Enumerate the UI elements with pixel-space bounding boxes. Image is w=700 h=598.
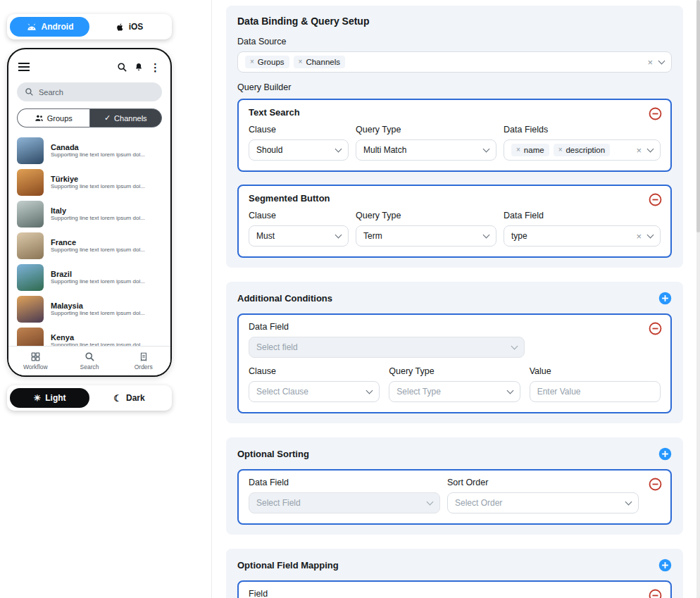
list-item-title: Brazil: [51, 270, 145, 278]
chip-label: description: [565, 146, 605, 154]
query-setup-card: Data Binding & Query Setup Data Source ×…: [226, 6, 683, 268]
list-item-brazil[interactable]: Brazil Supporting line text lorem ipsum …: [17, 261, 162, 293]
remove-condition-button[interactable]: [649, 322, 662, 335]
kebab-menu-icon[interactable]: ⋮: [150, 62, 161, 73]
theme-dark-button[interactable]: ☾ Dark: [89, 388, 169, 408]
optional-field-mapping-title: Optional Field Mapping: [237, 560, 339, 571]
segmented-control: Groups ✓ Channels: [17, 108, 162, 127]
properties-panel: Data Binding & Query Setup Data Source ×…: [211, 0, 700, 598]
text-search-query-type-select[interactable]: Multi Match: [356, 139, 496, 161]
moon-icon: ☾: [113, 393, 122, 404]
remove-sort-button[interactable]: [649, 478, 662, 491]
remove-segmented-button-button[interactable]: [649, 193, 662, 206]
chevron-down-icon[interactable]: [647, 231, 654, 238]
sort-order-label: Sort Order: [447, 478, 639, 487]
theme-light-button[interactable]: ☀ Light: [10, 388, 89, 408]
nav-label: Orders: [135, 363, 153, 370]
remove-text-search-button[interactable]: [649, 107, 662, 120]
chevron-down-icon: [511, 342, 518, 349]
android-label: Android: [42, 22, 74, 32]
nav-label: Search: [80, 363, 99, 370]
segment-channels[interactable]: ✓ Channels: [89, 108, 163, 127]
data-source-multiselect[interactable]: × Groups × Channels ×: [237, 51, 672, 73]
condition-row-card: Data Field Select field Clause Select Cl…: [237, 313, 672, 413]
segmented-clause-select[interactable]: Must: [249, 225, 349, 247]
sort-order-placeholder: Select Order: [455, 498, 502, 508]
list-item-italy[interactable]: Italy Supporting line text lorem ipsum d…: [17, 198, 162, 230]
chip-channels: × Channels: [294, 56, 345, 68]
sort-order-select[interactable]: Select Order: [447, 492, 639, 513]
list-item-title: Italy: [51, 206, 145, 215]
optional-field-mapping-card: Optional Field Mapping Field Select Fiel…: [226, 549, 683, 598]
condition-data-field-label: Data Field: [249, 322, 661, 332]
list-item-title: Canada: [51, 143, 145, 151]
nav-item-workflow[interactable]: Workflow: [8, 347, 63, 375]
additional-conditions-card: Additional Conditions Data Field Select …: [226, 282, 683, 423]
condition-query-type-label: Query Type: [389, 366, 520, 376]
condition-clause-placeholder: Select Clause: [256, 387, 308, 397]
chip-remove-icon[interactable]: ×: [250, 58, 254, 66]
chip-remove-icon[interactable]: ×: [558, 147, 563, 154]
list-item-subtitle: Supporting line text lorem ipsum dol...: [51, 151, 145, 158]
data-field-label: Data Field: [504, 211, 661, 220]
nav-item-search[interactable]: Search: [63, 347, 117, 375]
data-fields-label: Data Fields: [504, 125, 661, 135]
segment-groups[interactable]: Groups: [17, 108, 89, 127]
segmented-data-field-select[interactable]: type ×: [504, 225, 661, 247]
condition-clause-select[interactable]: Select Clause: [249, 381, 380, 402]
chip-label: Channels: [306, 58, 340, 66]
query-type-label: Query Type: [356, 211, 496, 220]
clause-label: Clause: [249, 211, 349, 220]
chevron-down-icon[interactable]: [647, 145, 654, 152]
list-item-turkiye[interactable]: Türkiye Supporting line text lorem ipsum…: [17, 166, 162, 198]
condition-field-select[interactable]: Select field: [249, 337, 525, 358]
chip-remove-icon[interactable]: ×: [516, 147, 520, 154]
clear-icon[interactable]: ×: [636, 146, 642, 155]
people-icon: [35, 114, 44, 122]
menu-icon[interactable]: [18, 63, 30, 71]
condition-value-input[interactable]: [530, 381, 661, 402]
platform-android-button[interactable]: Android: [10, 17, 89, 37]
query-type-value: Term: [363, 231, 382, 241]
condition-query-type-select[interactable]: Select Type: [389, 381, 520, 402]
chevron-down-icon[interactable]: [658, 57, 665, 64]
segmented-query-type-select[interactable]: Term: [356, 225, 496, 247]
preview-column: Android iOS ⋮ Search: [7, 14, 172, 411]
text-search-card: Text Search Clause Should Query Type Mul…: [237, 99, 672, 172]
appbar-search-icon[interactable]: [117, 62, 127, 73]
country-list: Canada Supporting line text lorem ipsum …: [15, 133, 163, 346]
add-sort-button[interactable]: [658, 447, 672, 461]
add-condition-button[interactable]: [658, 292, 672, 305]
list-item-kenya[interactable]: Kenya Supporting line text lorem ipsum d…: [17, 325, 162, 346]
chip-remove-icon[interactable]: ×: [299, 58, 303, 66]
bottom-navigation: Workflow Search Orders: [8, 346, 170, 375]
remove-field-mapping-button[interactable]: [649, 589, 662, 598]
add-field-mapping-button[interactable]: [658, 559, 672, 572]
sort-field-select[interactable]: Select Field: [249, 492, 440, 513]
list-item-title: Türkiye: [51, 175, 145, 183]
thumbnail-image: [17, 232, 44, 259]
data-fields-multiselect[interactable]: × name × description ×: [504, 139, 661, 161]
clear-icon[interactable]: ×: [636, 232, 642, 241]
apple-icon: [115, 22, 125, 32]
platform-ios-button[interactable]: iOS: [89, 17, 169, 37]
thumbnail-image: [17, 264, 44, 291]
bell-icon[interactable]: [134, 62, 144, 73]
scrollbar[interactable]: [696, 0, 700, 598]
additional-conditions-title: Additional Conditions: [237, 293, 332, 304]
clause-value: Should: [256, 145, 282, 155]
query-type-label: Query Type: [356, 125, 496, 135]
chevron-down-icon: [335, 145, 342, 152]
scrollbar-thumb[interactable]: [696, 0, 700, 232]
chevron-down-icon: [483, 145, 490, 152]
clause-value: Must: [256, 231, 275, 241]
nav-item-orders[interactable]: Orders: [116, 347, 170, 375]
list-item-malaysia[interactable]: Malaysia Supporting line text lorem ipsu…: [17, 293, 162, 325]
list-item-canada[interactable]: Canada Supporting line text lorem ipsum …: [17, 135, 162, 166]
optional-sorting-card: Optional Sorting Data Field Select Field…: [226, 437, 683, 535]
optional-sorting-title: Optional Sorting: [237, 449, 309, 459]
clear-icon[interactable]: ×: [647, 58, 653, 67]
phone-search-field[interactable]: Search: [17, 82, 162, 101]
list-item-france[interactable]: France Supporting line text lorem ipsum …: [17, 230, 162, 261]
text-search-clause-select[interactable]: Should: [249, 139, 349, 161]
